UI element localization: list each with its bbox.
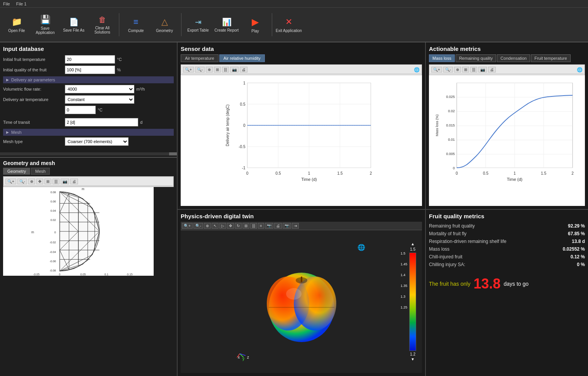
- svg-text:0.01: 0.01: [448, 138, 455, 142]
- svg-text:-0.05: -0.05: [33, 273, 40, 276]
- tab-mesh[interactable]: Mesh: [31, 168, 50, 175]
- geo-zoom-box[interactable]: ⊕: [28, 179, 35, 184]
- tab-air-humidity[interactable]: Air relative humidity: [219, 54, 265, 62]
- clear-solutions-button[interactable]: 🗑 Clear All Solutions: [89, 9, 116, 40]
- exit-application-button[interactable]: ✕ Exit Application: [275, 9, 302, 40]
- phys-pan[interactable]: ✥: [227, 223, 234, 229]
- metrics-chart-toolbar-wrap: 🔍+ 🔍- ⊕ ⊞ ||| 📷 🖨 🌐: [429, 64, 585, 75]
- sensor-zoom-out[interactable]: 🔍-: [195, 67, 205, 73]
- geo-lines[interactable]: |||: [53, 179, 59, 184]
- menu-file[interactable]: File: [3, 2, 10, 6]
- geometry-mesh-title: Geometry and mesh: [0, 158, 177, 168]
- geo-pan[interactable]: ✥: [36, 179, 43, 184]
- fruit-msg-prefix: The fruit has only: [429, 281, 470, 287]
- phys-select[interactable]: ▷: [219, 223, 226, 229]
- phys-grid[interactable]: ⊞: [242, 223, 249, 229]
- phys-more[interactable]: ≡: [258, 223, 264, 229]
- create-report-button[interactable]: 📊 Create Report: [213, 9, 240, 40]
- initial-fruit-temp-input[interactable]: [65, 55, 115, 64]
- separator-2: [181, 13, 181, 36]
- tab-remaining-quality[interactable]: Remaining quality: [456, 54, 496, 62]
- svg-text:0.025: 0.025: [446, 95, 455, 99]
- save-file-as-label: Save File As: [63, 28, 85, 32]
- sensor-chart-toolbar-wrap: 🔍+ 🔍- ⊕ ⊞ ||| 📷 🖨 🌐: [181, 64, 422, 75]
- phys-export[interactable]: ⇥: [292, 223, 299, 229]
- geo-zoom-in[interactable]: 🔍+: [5, 179, 16, 184]
- tab-geometry[interactable]: Geometry: [3, 168, 30, 175]
- svg-text:0: 0: [59, 273, 61, 276]
- metrics-grid[interactable]: ⊞: [462, 67, 469, 73]
- phys-zoom-out[interactable]: 🔍-: [193, 223, 203, 229]
- mesh-canvas: m m 0.08 0.06 0.04 0.02 0 -0.02 -0.04 -0…: [3, 187, 154, 276]
- phys-print[interactable]: 🖨: [274, 223, 282, 229]
- sensor-cols[interactable]: |||: [222, 67, 229, 73]
- phys-zoom-in[interactable]: 🔍+: [182, 223, 193, 229]
- save-application-button[interactable]: 💾 Save Application: [32, 9, 59, 40]
- temp-value-row: °C: [3, 106, 174, 114]
- delivery-air-temp-select[interactable]: Constant: [65, 95, 134, 104]
- phys-zoom-box[interactable]: ⊕: [204, 223, 211, 229]
- metrics-zoom-out[interactable]: 🔍-: [443, 67, 453, 73]
- geometry-mesh-tabs: Geometry Mesh: [0, 168, 177, 175]
- time-transit-input[interactable]: [65, 118, 138, 126]
- metrics-zoom-box[interactable]: ⊕: [454, 67, 461, 73]
- phys-cursor[interactable]: ↖: [212, 223, 219, 229]
- phys-camera[interactable]: 📷: [265, 223, 273, 229]
- metrics-cols[interactable]: |||: [470, 67, 477, 73]
- open-file-button[interactable]: 📁 Open File: [3, 9, 30, 40]
- tab-air-temp[interactable]: Air temperature: [181, 54, 219, 62]
- colorbar-val-5: 1.3: [400, 295, 407, 298]
- temp-value-input[interactable]: [65, 106, 96, 114]
- sensor-globe-btn[interactable]: 🌐: [414, 67, 420, 73]
- mesh-type-row: Mesh type Coarser (700 elements): [3, 137, 174, 146]
- compute-button[interactable]: ≡ Compute: [122, 9, 149, 40]
- geo-grid[interactable]: ⊞: [44, 179, 51, 184]
- mortality-value: 67.85 %: [568, 231, 585, 236]
- svg-text:Delivery air temp (degC): Delivery air temp (degC): [225, 105, 230, 146]
- left-panel: Input database Initial fruit temperature…: [0, 42, 178, 376]
- save-icon: 💾: [40, 15, 51, 25]
- respiration-row: Respiration-driven remaining shelf life …: [429, 239, 585, 244]
- folder-icon: 📁: [12, 17, 22, 27]
- sensor-zoom-in[interactable]: 🔍+: [183, 67, 194, 73]
- geometry-button[interactable]: △ Geometry: [151, 9, 178, 40]
- geo-camera[interactable]: 📷: [61, 179, 69, 184]
- geo-zoom-out[interactable]: 🔍-: [17, 179, 27, 184]
- menu-file1[interactable]: File 1: [16, 2, 27, 6]
- geo-print[interactable]: 🖨: [70, 179, 78, 184]
- phys-camera2[interactable]: 📷: [283, 223, 291, 229]
- initial-quality-input[interactable]: [65, 66, 115, 74]
- scrollbar-thumb[interactable]: [169, 152, 177, 155]
- metrics-print[interactable]: 🖨: [488, 67, 496, 73]
- svg-text:0.005: 0.005: [446, 152, 455, 156]
- phys-orbit[interactable]: ↻: [235, 223, 242, 229]
- remaining-quality-label: Remaining fruit quality: [429, 223, 475, 229]
- svg-text:1.5: 1.5: [541, 171, 546, 175]
- sensor-print[interactable]: 🖨: [240, 67, 247, 73]
- sensor-zoom-box[interactable]: ⊕: [206, 67, 213, 73]
- tab-mass-loss[interactable]: Mass loss: [429, 54, 455, 62]
- delivery-air-header: Delivery air parameters: [3, 76, 174, 83]
- physics-3d-svg: 🌐: [234, 240, 369, 363]
- metrics-zoom-in[interactable]: 🔍+: [431, 67, 442, 73]
- mesh-type-select[interactable]: Coarser (700 elements): [65, 137, 129, 146]
- sensor-camera[interactable]: 📷: [230, 67, 239, 73]
- create-report-label: Create Report: [215, 28, 239, 32]
- metrics-svg: 0 0.005 0.01 0.015 0.02 0.025 0 0.5 1 1.…: [429, 75, 585, 183]
- phys-lines[interactable]: |||: [250, 223, 257, 229]
- tab-fruit-temp[interactable]: Fruit temperature: [531, 54, 570, 62]
- metrics-globe-btn[interactable]: 🌐: [577, 67, 583, 73]
- geometry-mesh-section: Geometry and mesh Geometry Mesh 🔍+ 🔍- ⊕ …: [0, 157, 177, 279]
- svg-text:0.08: 0.08: [51, 191, 56, 194]
- save-file-as-button[interactable]: 📄 Save File As: [60, 9, 87, 40]
- play-button[interactable]: ▶ Play: [242, 9, 269, 40]
- export-table-button[interactable]: ⇥ Export Table: [185, 9, 212, 40]
- open-file-label: Open File: [8, 29, 25, 33]
- physics-toolbar: 🔍+ 🔍- ⊕ ↖ ▷ ✥ ↻ ⊞ ||| ≡ 📷 🖨 📷 ⇥: [181, 222, 422, 230]
- volumetric-flow-select[interactable]: 4000: [65, 85, 134, 93]
- tab-condensation[interactable]: Condensation: [497, 54, 530, 62]
- geo-chart-toolbar: 🔍+ 🔍- ⊕ ✥ ⊞ ||| 📷 🖨: [3, 176, 174, 187]
- input-database-section: Input database Initial fruit temperature…: [0, 42, 177, 151]
- sensor-grid[interactable]: ⊞: [214, 67, 221, 73]
- metrics-camera[interactable]: 📷: [478, 67, 487, 73]
